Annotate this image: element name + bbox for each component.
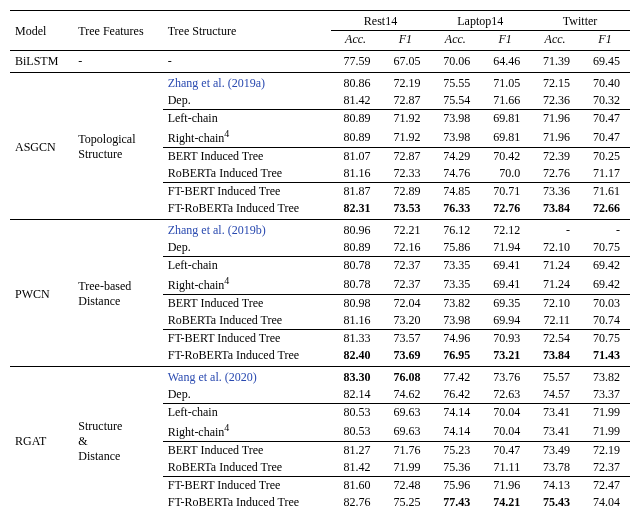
value-cell: 71.61 xyxy=(580,183,630,201)
value-cell: 81.42 xyxy=(331,459,381,477)
value-cell: 70.71 xyxy=(480,183,530,201)
value-cell: 70.74 xyxy=(580,312,630,330)
value-cell: 73.78 xyxy=(530,459,580,477)
value-cell: 71.96 xyxy=(530,127,580,148)
value-cell: 80.86 xyxy=(331,73,381,93)
value-cell: 77.42 xyxy=(430,367,480,387)
structure-cell: Zhang et al. (2019b) xyxy=(163,220,331,240)
value-cell: 74.29 xyxy=(430,148,480,166)
structure-cell: Dep. xyxy=(163,92,331,110)
value-cell: 72.76 xyxy=(480,200,530,220)
value-cell: 72.10 xyxy=(530,239,580,257)
value-cell: 72.12 xyxy=(480,220,530,240)
value-cell: 72.21 xyxy=(380,220,430,240)
value-cell: 69.45 xyxy=(580,51,630,73)
value-cell: 73.76 xyxy=(480,367,530,387)
value-cell: 73.98 xyxy=(430,110,480,128)
value-cell: 80.53 xyxy=(331,404,381,422)
structure-cell: Dep. xyxy=(163,239,331,257)
value-cell: 72.11 xyxy=(530,312,580,330)
value-cell: 72.87 xyxy=(380,92,430,110)
col-laptop14-acc: Acc. xyxy=(430,31,480,51)
value-cell: 70.75 xyxy=(580,239,630,257)
value-cell: 73.84 xyxy=(530,200,580,220)
features-cell: - xyxy=(73,51,162,73)
value-cell: 76.42 xyxy=(430,386,480,404)
structure-cell: Right-chain4 xyxy=(163,421,331,442)
value-cell: 69.63 xyxy=(380,421,430,442)
col-tree-features: Tree Features xyxy=(73,11,162,51)
value-cell: 81.16 xyxy=(331,312,381,330)
structure-cell: BERT Induced Tree xyxy=(163,148,331,166)
structure-cell: BERT Induced Tree xyxy=(163,442,331,460)
value-cell: 73.69 xyxy=(380,347,430,367)
value-cell: 82.40 xyxy=(331,347,381,367)
value-cell: 72.47 xyxy=(580,477,630,495)
value-cell: 70.47 xyxy=(580,110,630,128)
features-cell: Tree-basedDistance xyxy=(73,220,162,367)
value-cell: 73.57 xyxy=(380,330,430,348)
table-row: BiLSTM--77.5967.0570.0664.4671.3969.45 xyxy=(10,51,630,73)
structure-cell: Zhang et al. (2019a) xyxy=(163,73,331,93)
value-cell: 74.21 xyxy=(480,494,530,509)
structure-cell: Right-chain4 xyxy=(163,274,331,295)
value-cell: 74.13 xyxy=(530,477,580,495)
structure-cell: BERT Induced Tree xyxy=(163,295,331,313)
results-table: Model Tree Features Tree Structure Rest1… xyxy=(10,10,630,509)
value-cell: 71.17 xyxy=(580,165,630,183)
structure-cell: Dep. xyxy=(163,386,331,404)
structure-cell: FT-RoBERTa Induced Tree xyxy=(163,200,331,220)
col-laptop14-f1: F1 xyxy=(480,31,530,51)
col-twitter-acc: Acc. xyxy=(530,31,580,51)
value-cell: 71.96 xyxy=(480,477,530,495)
value-cell: 76.33 xyxy=(430,200,480,220)
value-cell: 71.94 xyxy=(480,239,530,257)
value-cell: 73.21 xyxy=(480,347,530,367)
value-cell: 74.85 xyxy=(430,183,480,201)
value-cell: 73.84 xyxy=(530,347,580,367)
value-cell: 81.27 xyxy=(331,442,381,460)
value-cell: 74.04 xyxy=(580,494,630,509)
col-laptop14: Laptop14 xyxy=(430,11,530,31)
value-cell: 82.14 xyxy=(331,386,381,404)
value-cell: 70.32 xyxy=(580,92,630,110)
value-cell: 70.03 xyxy=(580,295,630,313)
value-cell: 72.66 xyxy=(580,200,630,220)
value-cell: 73.37 xyxy=(580,386,630,404)
structure-cell: Left-chain xyxy=(163,257,331,275)
model-cell: ASGCN xyxy=(10,73,73,220)
value-cell: 76.08 xyxy=(380,367,430,387)
value-cell: 72.04 xyxy=(380,295,430,313)
structure-cell: FT-BERT Induced Tree xyxy=(163,477,331,495)
value-cell: 72.15 xyxy=(530,73,580,93)
value-cell: 73.98 xyxy=(430,127,480,148)
value-cell: 73.49 xyxy=(530,442,580,460)
value-cell: 73.82 xyxy=(580,367,630,387)
value-cell: 71.99 xyxy=(580,404,630,422)
value-cell: 74.14 xyxy=(430,404,480,422)
value-cell: 81.16 xyxy=(331,165,381,183)
value-cell: 69.81 xyxy=(480,127,530,148)
col-twitter: Twitter xyxy=(530,11,630,31)
value-cell: 81.87 xyxy=(331,183,381,201)
value-cell: 70.47 xyxy=(580,127,630,148)
value-cell: 80.96 xyxy=(331,220,381,240)
value-cell: 81.07 xyxy=(331,148,381,166)
value-cell: 80.78 xyxy=(331,257,381,275)
model-cell: RGAT xyxy=(10,367,73,510)
value-cell: 71.11 xyxy=(480,459,530,477)
structure-cell: RoBERTa Induced Tree xyxy=(163,459,331,477)
value-cell: 70.93 xyxy=(480,330,530,348)
structure-cell: FT-BERT Induced Tree xyxy=(163,330,331,348)
table-row: PWCNTree-basedDistanceZhang et al. (2019… xyxy=(10,220,630,240)
structure-cell: FT-BERT Induced Tree xyxy=(163,183,331,201)
value-cell: 75.43 xyxy=(530,494,580,509)
value-cell: 80.53 xyxy=(331,421,381,442)
value-cell: 77.59 xyxy=(331,51,381,73)
value-cell: 69.35 xyxy=(480,295,530,313)
value-cell: - xyxy=(580,220,630,240)
model-cell: BiLSTM xyxy=(10,51,73,73)
value-cell: 73.20 xyxy=(380,312,430,330)
value-cell: 70.40 xyxy=(580,73,630,93)
value-cell: 73.41 xyxy=(530,404,580,422)
